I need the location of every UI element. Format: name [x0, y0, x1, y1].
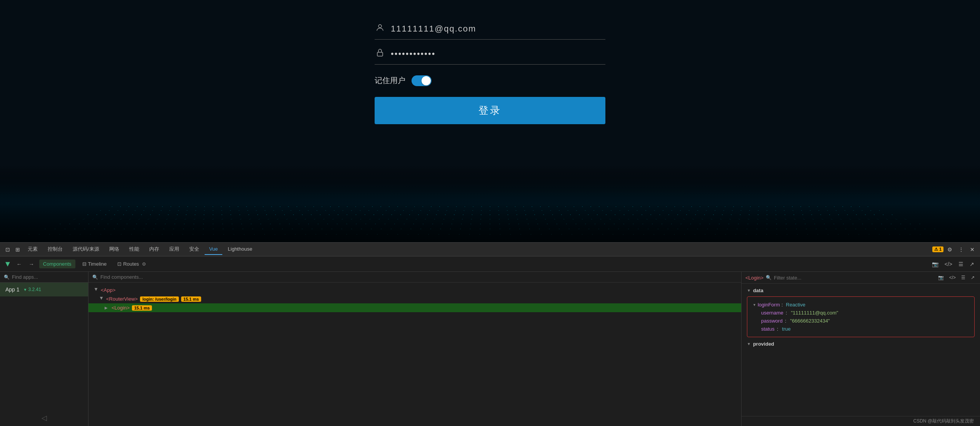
devtools-close-icon[interactable]: ✕ [968, 245, 977, 254]
login-tag: <Login> [112, 305, 130, 311]
state-content: ▼ data ▼ loginForm : Reactive [742, 284, 980, 416]
code-icon[interactable]: </> [943, 260, 954, 268]
tab-security[interactable]: 安全 [185, 243, 204, 256]
devtools-settings-icon[interactable]: ⚙ [945, 245, 955, 254]
tab-sources[interactable]: 源代码/来源 [68, 243, 104, 256]
find-apps-input[interactable] [12, 274, 84, 280]
data-section-caret-icon: ▼ [747, 288, 751, 293]
devtools-tabs-bar: ⊡ ⊞ 元素 控制台 源代码/来源 网络 性能 内存 应用 安全 Vue Lig… [0, 243, 980, 256]
screenshot-icon[interactable]: 📷 [930, 260, 940, 268]
email-row [375, 18, 605, 40]
username-value: "11111111@qq.com" [791, 310, 838, 316]
tab-performance[interactable]: 性能 [125, 243, 144, 256]
devtools-panel: ⊡ ⊞ 元素 控制台 源代码/来源 网络 性能 内存 应用 安全 Vue Lig… [0, 242, 980, 426]
app-1-item[interactable]: App 1 ▼ 3.2.41 [0, 283, 88, 296]
vue-component-tree: 🔍 ▶ <App> ▶ <RouterView> login: /user/lo… [88, 272, 742, 426]
find-components-bar: 🔍 [88, 272, 741, 283]
vue-toolbar-right: 📷 </> ☰ ↗ [930, 260, 976, 268]
username-key: username [761, 310, 783, 316]
lock-icon [375, 48, 385, 60]
vue-devtools: ▼ ← → Components ⊟Timeline ⊡Routes ⚙ 📷 <… [0, 256, 980, 426]
router-time: 15.1 ms [181, 296, 201, 302]
login-form-row: ▼ loginForm : Reactive [753, 301, 969, 309]
provided-label: provided [753, 341, 774, 347]
login-form-state-box: ▼ loginForm : Reactive username : "11111… [747, 296, 975, 337]
status-key: status [761, 326, 775, 332]
find-components-input[interactable] [100, 274, 737, 280]
tab-vue[interactable]: Vue [205, 244, 223, 255]
app-version: 3.2.41 [28, 287, 41, 292]
svg-point-0 [378, 25, 382, 28]
state-icons: 📷 </> ☰ ↗ [937, 274, 976, 281]
email-input[interactable] [391, 24, 605, 34]
app-1-name: App 1 [5, 286, 20, 293]
status-state-row: status : true [753, 325, 969, 333]
wave-background [0, 165, 980, 242]
state-component-tag: <Login> [745, 275, 763, 281]
state-format-icon[interactable]: ☰ [960, 274, 967, 281]
remember-toggle[interactable] [412, 75, 432, 86]
filter-state-input[interactable] [774, 275, 934, 281]
vue-panels: 🔍 App 1 ▼ 3.2.41 ◁ 🔍 [0, 272, 980, 426]
tab-application[interactable]: 应用 [165, 243, 184, 256]
vue-logo: ▼ [4, 260, 12, 268]
login-caret-icon: ▶ [105, 306, 109, 310]
find-apps-search-icon: 🔍 [4, 275, 10, 280]
vue-tab-timeline[interactable]: ⊟Timeline [78, 260, 111, 268]
router-caret-icon: ▶ [100, 297, 104, 301]
login-page: 记住用户 登录 [0, 0, 980, 165]
tab-lighthouse[interactable]: Lighthouse [223, 244, 257, 255]
tree-node-login[interactable]: ▶ <Login> 15.1 ms [88, 303, 741, 312]
login-form-colon: : [782, 302, 783, 308]
sidebar-collapse-icon[interactable]: ◁ [42, 414, 47, 422]
app-caret-icon: ▶ [94, 288, 98, 293]
router-badge: login: /user/login [140, 296, 179, 302]
data-section-header: ▼ data [747, 288, 975, 293]
state-open-icon[interactable]: ↗ [969, 274, 976, 281]
password-row [375, 43, 605, 65]
state-screenshot-icon[interactable]: 📷 [937, 274, 945, 281]
state-header: <Login> 🔍 📷 </> ☰ ↗ [742, 272, 980, 284]
devtools-more-icon[interactable]: ⋮ [956, 245, 966, 254]
state-code-icon[interactable]: </> [948, 274, 957, 281]
user-icon [375, 23, 385, 35]
vue-tab-components[interactable]: Components [39, 260, 75, 268]
vue-app-sidebar: 🔍 App 1 ▼ 3.2.41 ◁ [0, 272, 88, 426]
vue-back-button[interactable]: ← [15, 260, 24, 268]
inspect-elements-icon[interactable]: ☰ [957, 260, 965, 268]
login-form-key: loginForm [758, 302, 780, 308]
tab-elements[interactable]: 元素 [23, 243, 42, 256]
tab-network[interactable]: 网络 [105, 243, 124, 256]
password-state-row: password : "6666662332434" [753, 317, 969, 325]
login-button[interactable]: 登录 [375, 97, 605, 124]
password-value: "6666662332434" [790, 318, 830, 324]
login-form-caret-icon: ▼ [753, 303, 756, 307]
tree-content: ▶ <App> ▶ <RouterView> login: /user/logi… [88, 283, 741, 426]
vue-forward-button[interactable]: → [27, 260, 36, 268]
toggle-knob [422, 76, 431, 85]
routes-settings-icon[interactable]: ⚙ [142, 261, 146, 267]
remember-row: 记住用户 [375, 75, 605, 86]
tab-memory[interactable]: 内存 [145, 243, 164, 256]
find-comp-search-icon: 🔍 [92, 275, 98, 280]
status-value: true [782, 326, 790, 332]
tree-node-app[interactable]: ▶ <App> [88, 286, 741, 295]
warning-badge: ⚠ 1 [932, 246, 943, 252]
remember-label: 记住用户 [375, 75, 405, 86]
bottom-bar: CSDN @敲代码敲到头发茂密 [742, 416, 980, 426]
svg-rect-1 [377, 52, 383, 56]
open-editor-icon[interactable]: ↗ [968, 260, 976, 268]
devtools-dock-icon[interactable]: ⊡ [3, 245, 12, 254]
login-form: 记住用户 登录 [375, 18, 605, 124]
attribution-text: CSDN @敲代码敲到头发茂密 [913, 418, 974, 424]
vue-tab-routes[interactable]: ⊡Routes ⚙ [113, 260, 150, 268]
password-input[interactable] [391, 49, 605, 59]
devtools-inspect-icon[interactable]: ⊞ [13, 245, 22, 254]
devtools-right-icons: ⚠ 1 ⚙ ⋮ ✕ [932, 245, 977, 254]
data-section-label: data [753, 288, 763, 293]
app-tag: <App> [101, 287, 115, 293]
tab-console[interactable]: 控制台 [43, 243, 67, 256]
version-arrow-icon: ▼ [23, 288, 27, 292]
vue-version-badge: ▼ 3.2.41 [23, 287, 41, 292]
tree-node-router-view[interactable]: ▶ <RouterView> login: /user/login 15.1 m… [88, 295, 741, 303]
